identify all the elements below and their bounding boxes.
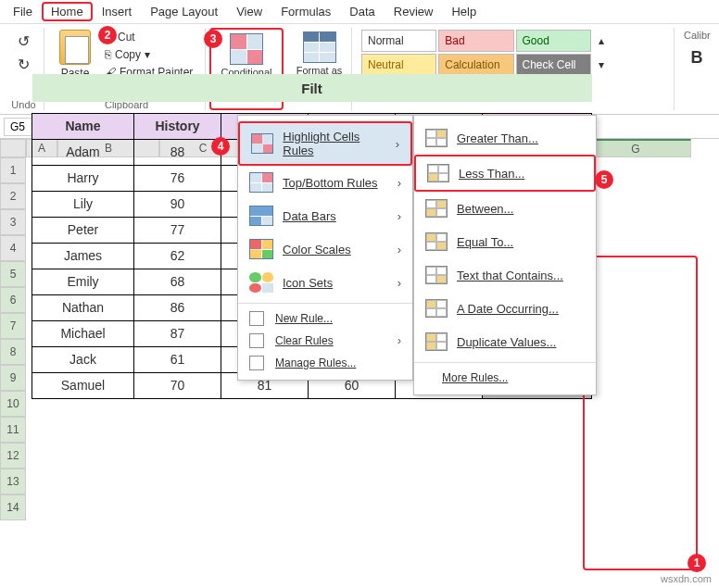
db-label: Data Bars [283,209,336,223]
menu-data[interactable]: Data [340,2,384,21]
cs-icon [249,239,273,259]
is-label: Icon Sets [283,276,333,290]
row-10[interactable]: 10 [0,391,26,417]
do-label: A Date Occurring... [457,302,559,316]
cell-name[interactable]: Peter [32,217,134,243]
menu-equal-to[interactable]: Equal To... [414,225,596,258]
cell-name[interactable]: Jack [32,346,134,372]
header-history: History [134,113,221,139]
style-bad[interactable]: Bad [438,30,513,52]
cell-name[interactable]: Emily [32,269,134,294]
menu-top-bottom-rules[interactable]: Top/Bottom Rules› [238,166,412,199]
row-7[interactable]: 7 [0,313,26,339]
menu-color-scales[interactable]: Color Scales› [238,232,412,266]
cell-history[interactable]: 76 [134,165,221,191]
menu-highlight-cells-rules[interactable]: Highlight Cells Rules› [238,121,412,166]
title-cell: Filt [32,74,592,102]
menu-insert[interactable]: Insert [93,2,142,21]
cell-name[interactable]: Adam [32,139,134,165]
menu-data-bars[interactable]: Data Bars› [238,199,412,232]
row-9[interactable]: 9 [0,365,26,391]
row-4[interactable]: 4 [0,235,26,261]
styles-more[interactable]: ▾ [593,54,606,76]
style-normal[interactable]: Normal [361,30,436,52]
cell-name[interactable]: Michael [32,320,134,346]
undo-button[interactable]: ↺ [15,30,32,53]
menu-text-contains[interactable]: Text that Contains... [414,258,596,292]
cell-history[interactable]: 68 [134,269,221,294]
cell-history[interactable]: 87 [134,320,221,346]
menu-new-rule[interactable]: New Rule... [238,307,412,330]
cell-history[interactable]: 61 [134,346,221,372]
bt-icon [425,199,448,218]
style-good[interactable]: Good [516,30,591,52]
nr-label: New Rule... [275,312,333,325]
row-12[interactable]: 12 [0,443,26,469]
row-5[interactable]: 5 [0,261,26,287]
menu-clear-rules[interactable]: Clear Rules› [238,330,412,352]
menu-file[interactable]: File [4,2,42,21]
cell-name[interactable]: James [32,243,134,269]
is-icon [249,272,273,293]
row-8[interactable]: 8 [0,339,26,365]
style-neutral[interactable]: Neutral [361,54,436,76]
cell-history[interactable]: 62 [134,243,221,269]
chevron-right-icon: › [397,209,401,223]
lt-label: Less Than... [459,167,524,181]
cell-history[interactable]: 86 [134,294,221,320]
styles-scroll-up[interactable]: ▴ [593,30,606,52]
copy-button[interactable]: ⎘Copy ▾ [102,47,196,62]
cell-name[interactable]: Harry [32,165,134,191]
format-table-icon [303,31,336,63]
menu-view[interactable]: View [227,2,271,21]
clearrule-icon [249,333,264,348]
row-6[interactable]: 6 [0,287,26,313]
menu-review[interactable]: Review [385,2,443,21]
dv-label: Duplicate Values... [457,335,556,349]
cell-history[interactable]: 77 [134,217,221,243]
row-2[interactable]: 2 [0,183,26,209]
cell-name[interactable]: Nathan [32,294,134,320]
cell-history[interactable]: 70 [134,372,221,398]
menu-icon-sets[interactable]: Icon Sets› [238,266,412,299]
paste-button[interactable]: Paste [54,30,96,80]
style-calculation[interactable]: Calculation [438,54,513,76]
tbr-label: Top/Bottom Rules [283,176,378,190]
bold-button[interactable]: B [684,48,710,68]
menu-help[interactable]: Help [442,2,486,21]
menu-more-rules[interactable]: More Rules... [414,367,596,389]
dv-icon [425,332,448,351]
copy-icon: ⎘ [105,48,111,61]
col-G[interactable]: G [580,139,691,157]
chevron-right-icon: › [397,243,401,256]
badge-3: 3 [204,30,222,48]
menu-formulas[interactable]: Formulas [271,2,340,21]
row-3[interactable]: 3 [0,209,26,235]
newrule-icon [249,311,264,326]
cell-history[interactable]: 90 [134,191,221,217]
menu-manage-rules[interactable]: Manage Rules... [238,352,412,374]
cell-history[interactable]: 88 [134,139,221,165]
cell-name[interactable]: Samuel [32,372,134,398]
menu-pagelayout[interactable]: Page Layout [141,2,227,21]
row-13[interactable]: 13 [0,469,26,494]
more-label: More Rules... [442,371,508,384]
menu-home[interactable]: Home [42,2,93,21]
copy-label: Copy [115,48,141,61]
highlight-cells-rules-submenu: Greater Than... Less Than... Between... … [413,115,597,395]
menu-duplicate-values[interactable]: Duplicate Values... [414,325,596,358]
redo-button[interactable]: ↻ [15,53,32,76]
menu-date-occurring[interactable]: A Date Occurring... [414,292,596,325]
menu-greater-than[interactable]: Greater Than... [414,121,596,155]
select-all-corner[interactable] [0,139,26,157]
row-14[interactable]: 14 [0,494,26,520]
menu-between[interactable]: Between... [414,192,596,225]
gt-label: Greater Than... [457,131,538,145]
cell-name[interactable]: Lily [32,191,134,217]
menu-less-than[interactable]: Less Than... [414,155,596,192]
conditional-formatting-icon [230,33,263,65]
row-11[interactable]: 11 [0,417,26,443]
style-checkcell[interactable]: Check Cell [516,54,591,76]
row-1[interactable]: 1 [0,157,26,183]
hcr-icon [251,133,273,154]
